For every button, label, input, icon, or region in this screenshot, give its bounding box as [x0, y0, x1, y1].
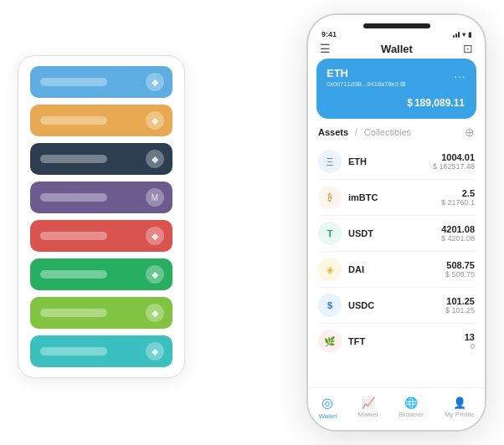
- eth-card-info: ETH 0x08711d3B...8418a78e3 ⊞: [327, 67, 406, 88]
- profile-nav-label: My Profile: [445, 411, 475, 418]
- asset-item-imbtc[interactable]: ₿ imBTC 2.5 $ 21760.1: [318, 180, 475, 216]
- dai-icon: ◈: [318, 258, 342, 281]
- phone-mockup: 9:41 ▾ ▮ ☰ Wallet ⊡ ETH 0x08711d3: [306, 13, 486, 432]
- usdc-icon: $: [318, 294, 342, 317]
- eth-amounts: 1004.01 $ 162517.48: [433, 152, 475, 171]
- stack-row-4[interactable]: M: [30, 182, 172, 213]
- eth-card-address: 0x08711d3B...8418a78e3 ⊞: [327, 80, 406, 88]
- usdc-amounts: 101.25 $ 101.25: [445, 296, 475, 315]
- nav-profile[interactable]: 👤 My Profile: [445, 396, 475, 418]
- browser-nav-icon: 🌐: [404, 396, 418, 409]
- tft-name: TFT: [348, 336, 465, 346]
- card-stack: ◆ ◆ ◆ M ◆ ◆ ◆ ◆: [18, 55, 185, 378]
- usdt-name: USDT: [348, 228, 441, 238]
- page-title: Wallet: [381, 43, 413, 55]
- eth-card-header: ETH 0x08711d3B...8418a78e3 ⊞ ...: [327, 67, 466, 88]
- bottom-nav: ◎ Wallet 📈 Market 🌐 Browser 👤 My Profile: [308, 387, 485, 430]
- eth-amount: 1004.01: [433, 152, 475, 162]
- stack-row-7[interactable]: ◆: [30, 297, 172, 329]
- stack-row-5[interactable]: ◆: [30, 220, 172, 252]
- stack-row-3[interactable]: ◆: [30, 143, 172, 175]
- dai-usd: $ 508.75: [445, 270, 475, 279]
- tft-usd: 0: [465, 342, 475, 350]
- tab-divider: /: [355, 128, 357, 137]
- nav-market[interactable]: 📈 Market: [357, 396, 378, 418]
- eth-usd: $ 162517.48: [433, 162, 475, 171]
- eth-card-balance: $189,089.11: [327, 91, 466, 110]
- usdt-icon: T: [318, 222, 342, 245]
- asset-list: Ξ ETH 1004.01 $ 162517.48 ₿ imBTC 2.5 $ …: [308, 144, 485, 387]
- tab-collectibles[interactable]: Collectibles: [364, 127, 411, 137]
- eth-name: ETH: [348, 156, 433, 166]
- nav-browser[interactable]: 🌐 Browser: [399, 396, 424, 418]
- dai-name: DAI: [348, 264, 445, 274]
- imbtc-amount: 2.5: [441, 188, 475, 198]
- asset-item-dai[interactable]: ◈ DAI 508.75 $ 508.75: [318, 252, 475, 288]
- wifi-icon: ▾: [462, 31, 465, 38]
- dai-amount: 508.75: [445, 260, 475, 270]
- market-nav-icon: 📈: [362, 396, 375, 409]
- imbtc-name: imBTC: [348, 192, 441, 202]
- status-time: 9:41: [321, 30, 337, 38]
- market-nav-label: Market: [357, 411, 378, 418]
- imbtc-icon: ₿: [318, 186, 342, 209]
- scene: ◆ ◆ ◆ M ◆ ◆ ◆ ◆ 9:41 ▾ ▮ ☰ Wall: [18, 13, 486, 432]
- tabs-left: Assets / Collectibles: [318, 127, 411, 137]
- asset-item-eth[interactable]: Ξ ETH 1004.01 $ 162517.48: [318, 144, 475, 180]
- asset-item-usdt[interactable]: T USDT 4201.08 $ 4201.08: [318, 216, 475, 252]
- usdt-usd: $ 4201.08: [441, 234, 475, 243]
- status-bar: 9:41 ▾ ▮: [308, 28, 485, 38]
- add-asset-icon[interactable]: ⊕: [465, 125, 475, 139]
- asset-item-tft[interactable]: 🌿 TFT 13 0: [318, 324, 475, 359]
- wallet-nav-label: Wallet: [318, 412, 337, 420]
- stack-row-2[interactable]: ◆: [30, 105, 172, 136]
- asset-item-usdc[interactable]: $ USDC 101.25 $ 101.25: [318, 288, 475, 324]
- tft-icon: 🌿: [318, 330, 342, 353]
- usdc-usd: $ 101.25: [445, 306, 475, 315]
- usdt-amounts: 4201.08 $ 4201.08: [441, 224, 475, 243]
- imbtc-usd: $ 21760.1: [441, 198, 475, 207]
- assets-tabs: Assets / Collectibles ⊕: [308, 125, 485, 144]
- stack-row-1[interactable]: ◆: [30, 66, 172, 98]
- tft-amount: 13: [465, 332, 475, 342]
- eth-card-menu[interactable]: ...: [454, 67, 466, 80]
- stack-row-8[interactable]: ◆: [30, 335, 172, 367]
- signal-icon: [453, 31, 460, 38]
- tft-amounts: 13 0: [465, 332, 475, 350]
- battery-icon: ▮: [468, 31, 471, 38]
- wallet-nav-icon: ◎: [321, 395, 333, 411]
- status-icons: ▾ ▮: [453, 31, 471, 38]
- tab-assets[interactable]: Assets: [318, 127, 348, 137]
- eth-card-name: ETH: [327, 67, 406, 79]
- usdc-amount: 101.25: [445, 296, 475, 306]
- usdt-amount: 4201.08: [441, 224, 475, 234]
- menu-icon[interactable]: ☰: [320, 42, 331, 55]
- imbtc-amounts: 2.5 $ 21760.1: [441, 188, 475, 207]
- dai-amounts: 508.75 $ 508.75: [445, 260, 475, 279]
- stack-row-6[interactable]: ◆: [30, 258, 172, 290]
- usdc-name: USDC: [348, 300, 445, 310]
- eth-card[interactable]: ETH 0x08711d3B...8418a78e3 ⊞ ... $189,08…: [316, 59, 476, 119]
- nav-bar: ☰ Wallet ⊡: [308, 38, 485, 59]
- profile-nav-icon: 👤: [453, 396, 466, 409]
- currency-symbol: $: [407, 97, 413, 109]
- expand-icon[interactable]: ⊡: [463, 42, 473, 55]
- browser-nav-label: Browser: [399, 411, 424, 418]
- eth-icon: Ξ: [318, 150, 342, 173]
- nav-wallet[interactable]: ◎ Wallet: [318, 395, 337, 420]
